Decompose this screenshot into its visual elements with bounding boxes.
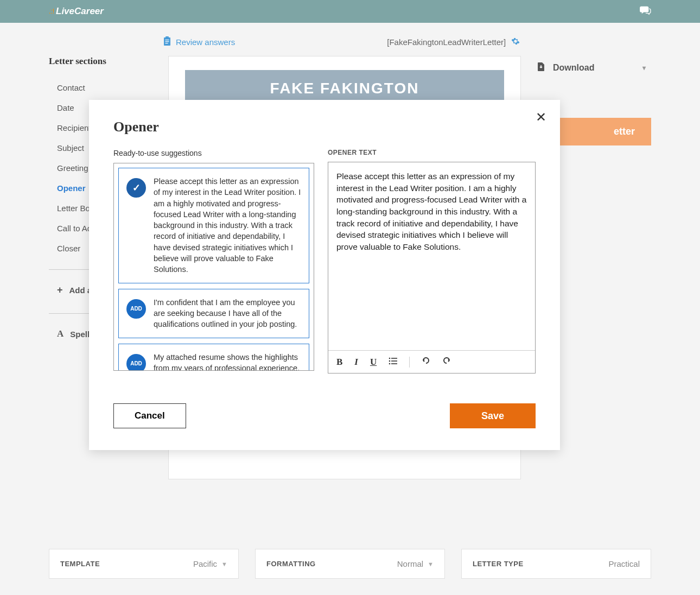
gear-icon[interactable] [511,37,520,47]
svg-point-7 [389,360,391,362]
add-badge: ADD [126,299,146,319]
bold-button[interactable]: B [336,357,342,368]
chevron-down-icon: ▼ [221,561,227,567]
header-row: Review answers [FakeFakingtonLeadWriterL… [0,23,700,56]
download-label: Download [553,63,594,73]
formatting-selector[interactable]: FORMATTING Normal ▼ [255,549,445,579]
letter-type-label: LETTER TYPE [473,560,524,568]
redo-button[interactable] [442,356,451,368]
suggestions-label: Ready-to-use suggestions [113,149,314,157]
chat-icon[interactable] [639,5,651,18]
spell-label: Spell [70,330,90,339]
underline-button[interactable]: U [370,357,377,368]
separator [409,357,410,368]
font-icon: A [57,328,63,339]
review-answers-label: Review answers [176,37,235,47]
svg-rect-10 [391,363,397,364]
filename-text: [FakeFakingtonLeadWriterLetter] [387,37,506,47]
suggestion-item[interactable]: ADD My attached resume shows the highlig… [118,344,309,371]
opener-modal: ✕ Opener Ready-to-use suggestions ✓ Plea… [89,100,560,450]
svg-rect-6 [391,358,397,359]
review-answers-link[interactable]: Review answers [163,36,235,48]
chevron-down-icon: ▼ [428,561,434,567]
close-icon[interactable]: ✕ [536,110,546,125]
suggestion-text: Please accept this letter as an expressi… [154,176,301,275]
footer-row: TEMPLATE Pacific ▼ FORMATTING Normal ▼ L… [0,533,700,595]
modal-footer: Cancel Save [113,403,536,428]
template-value: Pacific [193,559,217,568]
logo[interactable]: .:! LiveCareer [49,6,104,17]
suggestion-text: I'm confident that I am the employee you… [154,297,301,330]
suggestions-list[interactable]: ✓ Please accept this letter as an expres… [113,163,314,371]
add-badge: ADD [126,354,146,371]
add-label: Add a [69,286,92,295]
italic-button[interactable]: I [354,357,358,368]
svg-rect-8 [391,360,397,362]
editor-label: OPENER TEXT [328,149,536,156]
check-icon: ✓ [126,178,146,198]
filename-group: [FakeFakingtonLeadWriterLetter] [387,37,520,47]
list-button[interactable] [389,357,397,368]
svg-rect-3 [166,41,169,42]
formatting-value: Normal [397,559,423,568]
svg-rect-4 [166,43,168,43]
save-button[interactable]: Save [450,403,536,428]
clipboard-icon [163,36,171,48]
undo-button[interactable] [422,356,430,368]
svg-point-9 [389,363,391,364]
chevron-down-icon: ▾ [642,64,646,72]
plus-icon: + [57,284,63,296]
svg-rect-2 [166,40,169,40]
sidebar-item-contact[interactable]: Contact [49,78,157,98]
formatting-label: FORMATTING [266,560,316,568]
svg-point-5 [389,357,391,359]
topbar: .:! LiveCareer [0,0,700,23]
opener-text-editor[interactable]: Please accept this letter as an expressi… [328,162,535,350]
sidebar-title: Letter sections [49,56,157,67]
logo-dots-icon: .:! [49,8,54,15]
download-icon [537,62,545,73]
template-label: TEMPLATE [60,560,100,568]
editor-toolbar: B I U [328,350,535,373]
svg-rect-1 [166,36,169,38]
editor-wrapper: Please accept this letter as an expressi… [328,162,536,374]
download-button[interactable]: Download ▾ [532,56,651,80]
logo-text: LiveCareer [56,6,104,17]
letter-type-value: Practical [608,559,640,568]
letter-type-selector[interactable]: LETTER TYPE Practical [461,549,651,579]
suggestion-item[interactable]: ADD I'm confident that I am the employee… [118,289,309,338]
template-selector[interactable]: TEMPLATE Pacific ▼ [49,549,239,579]
modal-title: Opener [113,119,536,135]
cancel-button[interactable]: Cancel [113,403,186,428]
suggestion-item[interactable]: ✓ Please accept this letter as an expres… [118,168,309,283]
suggestion-text: My attached resume shows the highlights … [154,352,301,371]
